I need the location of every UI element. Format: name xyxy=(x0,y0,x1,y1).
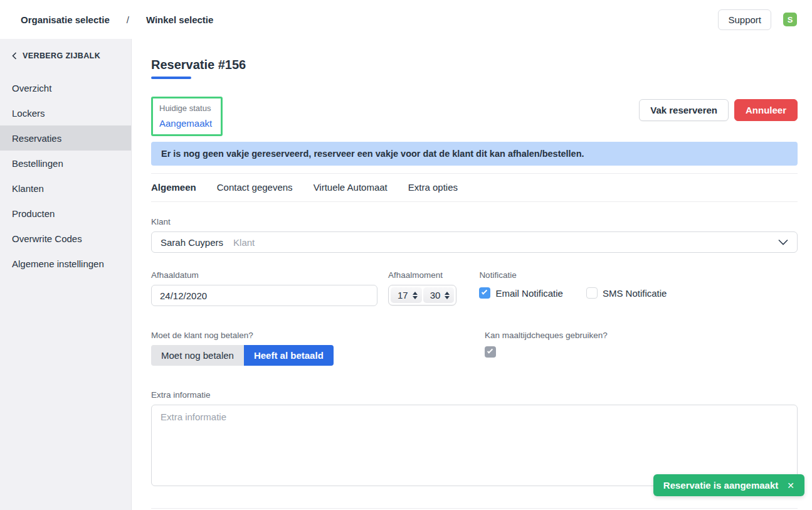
minute-stepper[interactable]: 30 xyxy=(423,287,455,303)
vak-reserveren-button[interactable]: Vak reserveren xyxy=(639,99,729,121)
sms-notificatie-checkbox[interactable] xyxy=(586,287,598,299)
email-notificatie-option[interactable]: Email Notificatie xyxy=(479,287,563,299)
status-label: Huidige status xyxy=(159,104,212,113)
klant-placeholder: Klant xyxy=(233,237,778,248)
email-notificatie-checkbox[interactable] xyxy=(479,287,490,299)
sidebar-item-bestellingen[interactable]: Bestellingen xyxy=(0,151,131,176)
bottom-divider xyxy=(151,508,798,509)
status-value[interactable]: Aangemaakt xyxy=(159,118,212,129)
hour-value: 17 xyxy=(398,290,408,300)
chevron-down-icon xyxy=(778,239,788,245)
klant-select[interactable]: Sarah Cuypers Klant xyxy=(151,231,798,253)
title-underline xyxy=(151,77,191,79)
sidebar-item-producten[interactable]: Producten xyxy=(0,201,131,226)
tab-algemeen[interactable]: Algemeen xyxy=(151,182,196,193)
afhaalmoment-label: Afhaalmoment xyxy=(388,270,456,280)
tab-extra-opties[interactable]: Extra opties xyxy=(408,182,458,193)
afhaaldatum-input[interactable] xyxy=(151,285,377,306)
minute-value: 30 xyxy=(430,290,441,300)
sms-notificatie-option[interactable]: SMS Notificatie xyxy=(586,287,667,299)
status-box: Huidige status Aangemaakt xyxy=(151,97,223,136)
breadcrumb-separator: / xyxy=(127,14,129,25)
chevron-left-icon xyxy=(12,52,17,60)
support-button[interactable]: Support xyxy=(718,9,771,30)
sidebar-item-algemene-instellingen[interactable]: Algemene instellingen xyxy=(0,251,131,276)
hide-sidebar-label: VERBERG ZIJBALK xyxy=(23,51,100,60)
hide-sidebar-button[interactable]: VERBERG ZIJBALK xyxy=(0,51,131,60)
sidebar-item-lockers[interactable]: Lockers xyxy=(0,100,131,125)
check-icon xyxy=(482,289,487,294)
tab-virtuele-automaat[interactable]: Virtuele Automaat xyxy=(314,182,388,193)
avatar[interactable]: S xyxy=(783,13,797,26)
sidebar-item-overzicht[interactable]: Overzicht xyxy=(0,75,131,100)
topbar: Organisatie selectie / Winkel selectie S… xyxy=(0,0,812,39)
toast-message: Reservatie is aangemaakt xyxy=(663,480,778,491)
close-icon[interactable]: ✕ xyxy=(787,481,794,491)
stepper-arrows-icon[interactable] xyxy=(445,292,450,299)
betalen-label: Moet de klant nog betalen? xyxy=(151,331,485,340)
sidebar-item-klanten[interactable]: Klanten xyxy=(0,176,131,201)
sidebar-item-overwrite-codes[interactable]: Overwrite Codes xyxy=(0,226,131,251)
moet-nog-betalen-option[interactable]: Moet nog betalen xyxy=(151,345,244,366)
heeft-al-betaald-option[interactable]: Heeft al betaald xyxy=(244,345,334,366)
tab-contact-gegevens[interactable]: Contact gegevens xyxy=(217,182,293,193)
klant-label: Klant xyxy=(151,217,798,226)
action-buttons: Vak reserveren Annuleer xyxy=(639,99,798,121)
sidebar-item-reservaties[interactable]: Reservaties xyxy=(0,125,131,151)
extra-informatie-label: Extra informatie xyxy=(151,390,798,400)
breadcrumb-organisatie[interactable]: Organisatie selectie xyxy=(21,14,110,25)
afhaalmoment-time-picker: 17 30 xyxy=(388,285,456,305)
check-icon xyxy=(487,348,493,353)
sidebar: VERBERG ZIJBALK Overzicht Lockers Reserv… xyxy=(0,39,132,510)
klant-selected-value: Sarah Cuypers xyxy=(161,237,223,248)
maaltijdcheques-checkbox[interactable] xyxy=(485,346,496,358)
betalen-segmented-control: Moet nog betalen Heeft al betaald xyxy=(151,345,485,366)
breadcrumb-winkel[interactable]: Winkel selectie xyxy=(146,14,213,25)
tab-bar: Algemeen Contact gegevens Virtuele Autom… xyxy=(151,173,798,202)
page-title: Reservatie #156 xyxy=(151,58,798,72)
success-toast: Reservatie is aangemaakt ✕ xyxy=(653,474,804,496)
hour-stepper[interactable]: 17 xyxy=(391,287,422,303)
stepper-arrows-icon[interactable] xyxy=(413,292,418,299)
notificatie-label: Notificatie xyxy=(479,270,667,280)
sms-notificatie-label: SMS Notificatie xyxy=(603,288,667,299)
afhaaldatum-label: Afhaaldatum xyxy=(151,270,377,280)
main-content: Reservatie #156 Huidige status Aangemaak… xyxy=(132,39,812,510)
breadcrumb: Organisatie selectie / Winkel selectie xyxy=(21,14,213,25)
annuleer-button[interactable]: Annuleer xyxy=(734,99,798,121)
email-notificatie-label: Email Notificatie xyxy=(495,288,563,299)
maaltijdcheques-label: Kan maaltijdcheques gebruiken? xyxy=(485,331,608,340)
info-banner: Er is nog geen vakje gereserveerd, reser… xyxy=(151,142,798,166)
